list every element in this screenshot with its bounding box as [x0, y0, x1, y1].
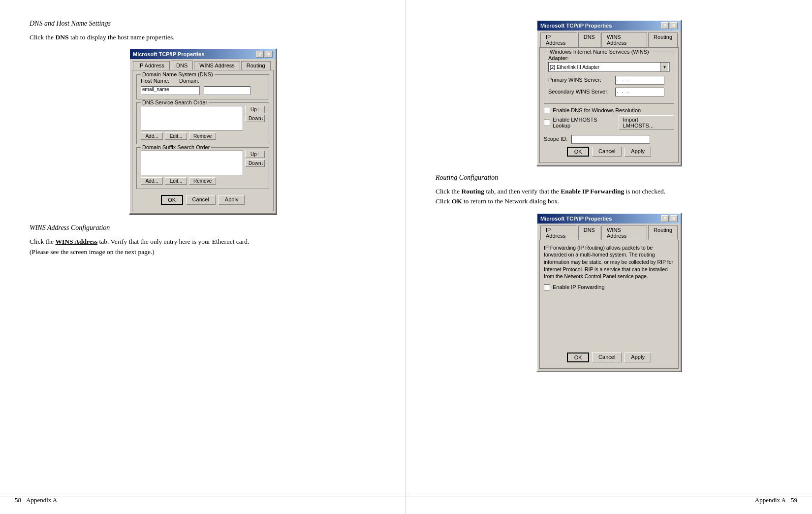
wins-tab-dns[interactable]: DNS: [578, 32, 600, 47]
wins-intro-text: Click the WINS Address tab. Verify that …: [30, 237, 376, 257]
enable-lmhosts-label: Enable LMHOSTS Lookup: [553, 117, 616, 128]
routing-dialog: Microsoft TCP/IP Properties ? ✕ IP Addre…: [536, 213, 682, 372]
routing-cancel-button[interactable]: Cancel: [592, 353, 622, 362]
enable-lmhosts-checkbox[interactable]: [544, 120, 550, 126]
dns-titlebar: Microsoft TCP/IP Properties ? ✕: [130, 49, 276, 59]
domain-suffix-buttons: Up↑ Down↓: [245, 151, 265, 175]
wins-tabs: IP Address DNS WINS Address Routing: [537, 31, 681, 47]
dns-search-listbox[interactable]: [141, 106, 243, 130]
dns-close-button[interactable]: ✕: [265, 51, 273, 58]
routing-tab-dns[interactable]: DNS: [578, 225, 600, 240]
wins-help-button[interactable]: ?: [661, 22, 669, 29]
tab-dns[interactable]: DNS: [171, 61, 193, 70]
scope-id-input[interactable]: [571, 135, 650, 144]
enable-dns-row: Enable DNS for Windows Resolution: [544, 107, 674, 113]
routing-tab-content: IP Forwarding (IP Routing) allows packet…: [539, 240, 679, 369]
dns-help-button[interactable]: ?: [256, 51, 264, 58]
wins-dropdown-arrow: ▼: [660, 63, 668, 71]
host-name-label: Host Name:: [141, 78, 169, 84]
primary-wins-value: . . .: [617, 76, 629, 82]
routing-section-title: Routing Configuration: [436, 174, 782, 182]
right-page-number: 59: [791, 496, 797, 504]
dns-search-order-label: DNS Service Search Order: [141, 99, 209, 105]
dns-ok-button[interactable]: OK: [161, 195, 183, 205]
wins-section-title: WINS Address Configuration: [30, 224, 376, 232]
routing-tab-ip[interactable]: IP Address: [540, 225, 577, 240]
dns-search-order-group: DNS Service Search Order Up↑ Down↓ Add..…: [136, 102, 269, 144]
secondary-wins-row: Secondary WINS Server: . . .: [548, 88, 670, 96]
routing-tabs: IP Address DNS WINS Address Routing: [537, 224, 681, 240]
wins-close-button[interactable]: ✕: [670, 22, 678, 29]
routing-description-text: IP Forwarding (IP Routing) allows packet…: [544, 244, 674, 280]
dns-label-row: Host Name: Domain:: [141, 78, 265, 85]
secondary-wins-input[interactable]: . . .: [615, 88, 664, 96]
tab-routing[interactable]: Routing: [241, 61, 271, 70]
right-footer: Appendix A 59: [406, 496, 812, 504]
domain-suffix-remove-button[interactable]: Remove: [189, 177, 216, 185]
tab-ip-address[interactable]: IP Address: [133, 61, 170, 70]
routing-tab-routing[interactable]: Routing: [648, 225, 678, 240]
enable-ip-forwarding-label: Enable IP Forwarding: [553, 284, 605, 290]
domain-suffix-add-button[interactable]: Add...: [141, 177, 163, 185]
tab-wins-address[interactable]: WINS Address: [194, 61, 240, 70]
wins-cancel-button[interactable]: Cancel: [592, 147, 622, 157]
dns-inputs-row: email_name: [141, 86, 265, 95]
routing-dialog-footer: OK Cancel Apply: [544, 350, 674, 364]
routing-ok-button[interactable]: OK: [567, 353, 589, 362]
wins-dialog: Microsoft TCP/IP Properties ? ✕ IP Addre…: [536, 20, 682, 166]
routing-intro-text: Click the Routing tab, and then verify t…: [436, 187, 782, 207]
dns-apply-button[interactable]: Apply: [219, 195, 245, 205]
secondary-wins-value: . . .: [617, 88, 629, 94]
right-footer-right: Appendix A 59: [755, 496, 797, 504]
domain-suffix-up-button[interactable]: Up↑: [245, 151, 265, 158]
wins-adapter-label: Adapter:: [548, 55, 670, 61]
dns-up-button[interactable]: Up↑: [245, 106, 265, 113]
primary-wins-input[interactable]: . . .: [615, 76, 664, 85]
wins-adapter-dropdown[interactable]: [2] Etherlink III Adapter ▼: [548, 62, 670, 72]
routing-tab-wins[interactable]: WINS Address: [601, 225, 647, 240]
routing-apply-button[interactable]: Apply: [625, 353, 651, 362]
wins-group: Windows Internet Name Services (WINS) Ad…: [544, 52, 674, 104]
wins-ok-button[interactable]: OK: [567, 147, 589, 157]
domain-suffix-action-buttons: Add... Edit... Remove: [141, 177, 265, 185]
wins-dialog-footer: OK Cancel Apply: [544, 144, 674, 159]
dns-dialog-wrapper: Microsoft TCP/IP Properties ? ✕ IP Addre…: [30, 48, 376, 214]
dns-add-button[interactable]: Add...: [141, 132, 163, 140]
host-name-input[interactable]: email_name: [141, 86, 200, 95]
wins-titlebar-buttons: ? ✕: [661, 22, 678, 29]
dns-remove-button[interactable]: Remove: [189, 132, 216, 140]
routing-help-button[interactable]: ?: [661, 215, 669, 222]
left-footer-left: 58 Appendix A: [15, 496, 57, 504]
routing-titlebar: Microsoft TCP/IP Properties ? ✕: [537, 214, 681, 224]
enable-dns-checkbox[interactable]: [544, 107, 550, 113]
enable-ip-forwarding-checkbox[interactable]: [544, 284, 550, 290]
domain-suffix-edit-button[interactable]: Edit...: [165, 177, 187, 185]
dns-intro-text: Click the DNS tab to display the host na…: [30, 32, 376, 42]
dns-search-order-content: Up↑ Down↓: [141, 106, 265, 130]
dns-group-label: Domain Name System (DNS): [141, 71, 215, 77]
wins-group-label: Windows Internet Name Services (WINS): [548, 49, 651, 55]
wins-tab-ip[interactable]: IP Address: [540, 32, 577, 47]
wins-apply-button[interactable]: Apply: [625, 147, 651, 157]
wins-tab-wins[interactable]: WINS Address: [601, 32, 647, 47]
domain-suffix-down-button[interactable]: Down↓: [245, 160, 265, 167]
primary-wins-label: Primary WINS Server:: [548, 77, 612, 83]
secondary-wins-label: Secondary WINS Server:: [548, 89, 612, 95]
import-lmhosts-button[interactable]: Import LMHOSTS...: [619, 115, 674, 130]
routing-close-button[interactable]: ✕: [670, 215, 678, 222]
dns-edit-button[interactable]: Edit...: [165, 132, 187, 140]
wins-tab-routing[interactable]: Routing: [648, 32, 678, 47]
left-footer-label: Appendix A: [26, 496, 57, 504]
enable-ip-forwarding-row: Enable IP Forwarding: [544, 284, 674, 290]
dns-tabs: IP Address DNS WINS Address Routing: [130, 59, 276, 70]
enable-lmhosts-row: Enable LMHOSTS Lookup: [544, 117, 616, 128]
wins-adapter-value: [2] Etherlink III Adapter: [550, 64, 599, 70]
dns-cancel-button[interactable]: Cancel: [186, 195, 216, 205]
routing-dialog-wrapper: Microsoft TCP/IP Properties ? ✕ IP Addre…: [436, 213, 782, 372]
primary-wins-row: Primary WINS Server: . . .: [548, 76, 670, 85]
dns-group: Domain Name System (DNS) Host Name: Doma…: [136, 74, 269, 99]
domain-suffix-listbox[interactable]: [141, 151, 243, 175]
dns-down-button[interactable]: Down↓: [245, 115, 265, 122]
lmhosts-row: Enable LMHOSTS Lookup Import LMHOSTS...: [544, 115, 674, 130]
domain-input[interactable]: [204, 86, 250, 95]
